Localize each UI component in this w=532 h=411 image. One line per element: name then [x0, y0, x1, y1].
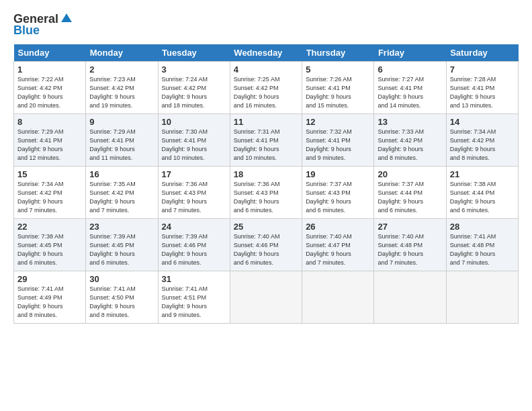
col-header-saturday: Saturday	[446, 44, 518, 62]
day-cell: 13Sunrise: 7:33 AM Sunset: 4:42 PM Dayli…	[374, 114, 446, 167]
day-info: Sunrise: 7:40 AM Sunset: 4:47 PM Dayligh…	[306, 232, 370, 267]
calendar-table: SundayMondayTuesdayWednesdayThursdayFrid…	[13, 44, 519, 324]
week-row-1: 1Sunrise: 7:22 AM Sunset: 4:42 PM Daylig…	[14, 62, 519, 114]
day-number: 11	[234, 117, 298, 127]
logo: General Blue	[13, 12, 73, 38]
day-cell: 12Sunrise: 7:32 AM Sunset: 4:41 PM Dayli…	[302, 114, 374, 167]
header-row: SundayMondayTuesdayWednesdayThursdayFrid…	[14, 44, 519, 62]
day-cell: 5Sunrise: 7:26 AM Sunset: 4:41 PM Daylig…	[302, 62, 374, 114]
col-header-friday: Friday	[374, 44, 446, 62]
day-info: Sunrise: 7:40 AM Sunset: 4:46 PM Dayligh…	[234, 232, 298, 267]
day-number: 15	[17, 169, 82, 179]
svg-marker-0	[61, 13, 72, 22]
col-header-monday: Monday	[86, 44, 158, 62]
day-info: Sunrise: 7:36 AM Sunset: 4:43 PM Dayligh…	[162, 180, 226, 215]
day-number: 25	[234, 222, 298, 232]
day-info: Sunrise: 7:41 AM Sunset: 4:49 PM Dayligh…	[17, 285, 82, 320]
week-row-4: 22Sunrise: 7:38 AM Sunset: 4:45 PM Dayli…	[14, 219, 519, 271]
day-number: 27	[378, 222, 442, 232]
day-info: Sunrise: 7:26 AM Sunset: 4:41 PM Dayligh…	[306, 75, 370, 110]
day-cell: 4Sunrise: 7:25 AM Sunset: 4:42 PM Daylig…	[230, 62, 302, 114]
day-cell: 26Sunrise: 7:40 AM Sunset: 4:47 PM Dayli…	[302, 219, 374, 271]
day-cell: 1Sunrise: 7:22 AM Sunset: 4:42 PM Daylig…	[14, 62, 86, 114]
week-row-5: 29Sunrise: 7:41 AM Sunset: 4:49 PM Dayli…	[14, 271, 519, 324]
day-cell: 23Sunrise: 7:39 AM Sunset: 4:45 PM Dayli…	[86, 219, 158, 271]
day-number: 4	[234, 64, 298, 75]
week-row-3: 15Sunrise: 7:34 AM Sunset: 4:42 PM Dayli…	[14, 167, 519, 219]
day-cell: 11Sunrise: 7:31 AM Sunset: 4:41 PM Dayli…	[230, 114, 302, 167]
day-cell: 24Sunrise: 7:39 AM Sunset: 4:46 PM Dayli…	[158, 219, 230, 271]
week-row-2: 8Sunrise: 7:29 AM Sunset: 4:41 PM Daylig…	[14, 114, 519, 167]
day-info: Sunrise: 7:22 AM Sunset: 4:42 PM Dayligh…	[17, 75, 82, 110]
day-number: 6	[378, 64, 442, 75]
day-number: 3	[162, 64, 226, 75]
day-info: Sunrise: 7:34 AM Sunset: 4:42 PM Dayligh…	[17, 180, 82, 215]
day-info: Sunrise: 7:34 AM Sunset: 4:42 PM Dayligh…	[450, 128, 515, 163]
day-cell	[374, 271, 446, 324]
day-number: 29	[17, 274, 82, 284]
day-cell: 18Sunrise: 7:36 AM Sunset: 4:43 PM Dayli…	[230, 167, 302, 219]
day-cell: 9Sunrise: 7:29 AM Sunset: 4:41 PM Daylig…	[86, 114, 158, 167]
day-number: 18	[234, 169, 298, 179]
day-cell: 20Sunrise: 7:37 AM Sunset: 4:44 PM Dayli…	[374, 167, 446, 219]
day-info: Sunrise: 7:24 AM Sunset: 4:42 PM Dayligh…	[162, 75, 226, 110]
day-info: Sunrise: 7:25 AM Sunset: 4:42 PM Dayligh…	[234, 75, 298, 110]
day-cell	[446, 271, 518, 324]
day-info: Sunrise: 7:39 AM Sunset: 4:46 PM Dayligh…	[162, 232, 226, 267]
day-info: Sunrise: 7:39 AM Sunset: 4:45 PM Dayligh…	[89, 232, 154, 267]
day-cell: 25Sunrise: 7:40 AM Sunset: 4:46 PM Dayli…	[230, 219, 302, 271]
day-number: 10	[162, 117, 226, 127]
day-cell: 8Sunrise: 7:29 AM Sunset: 4:41 PM Daylig…	[14, 114, 86, 167]
logo-blue: Blue	[13, 24, 40, 38]
day-number: 30	[89, 274, 154, 284]
col-header-thursday: Thursday	[302, 44, 374, 62]
day-cell: 15Sunrise: 7:34 AM Sunset: 4:42 PM Dayli…	[14, 167, 86, 219]
day-number: 8	[17, 117, 82, 127]
day-cell: 22Sunrise: 7:38 AM Sunset: 4:45 PM Dayli…	[14, 219, 86, 271]
logo-triangle-icon	[60, 11, 73, 25]
day-cell	[230, 271, 302, 324]
day-info: Sunrise: 7:38 AM Sunset: 4:45 PM Dayligh…	[17, 232, 82, 267]
day-cell: 30Sunrise: 7:41 AM Sunset: 4:50 PM Dayli…	[86, 271, 158, 324]
day-info: Sunrise: 7:33 AM Sunset: 4:42 PM Dayligh…	[378, 128, 442, 163]
day-info: Sunrise: 7:41 AM Sunset: 4:51 PM Dayligh…	[162, 285, 226, 320]
day-cell: 6Sunrise: 7:27 AM Sunset: 4:41 PM Daylig…	[374, 62, 446, 114]
day-cell: 27Sunrise: 7:40 AM Sunset: 4:48 PM Dayli…	[374, 219, 446, 271]
day-number: 28	[450, 222, 515, 232]
day-number: 24	[162, 222, 226, 232]
day-number: 12	[306, 117, 370, 127]
col-header-wednesday: Wednesday	[230, 44, 302, 62]
day-number: 21	[450, 169, 515, 179]
day-cell: 31Sunrise: 7:41 AM Sunset: 4:51 PM Dayli…	[158, 271, 230, 324]
day-info: Sunrise: 7:27 AM Sunset: 4:41 PM Dayligh…	[378, 75, 442, 110]
day-number: 22	[17, 222, 82, 232]
day-number: 14	[450, 117, 515, 127]
day-cell: 10Sunrise: 7:30 AM Sunset: 4:41 PM Dayli…	[158, 114, 230, 167]
day-info: Sunrise: 7:36 AM Sunset: 4:43 PM Dayligh…	[234, 180, 298, 215]
day-number: 16	[89, 169, 154, 179]
day-number: 1	[17, 64, 82, 75]
day-info: Sunrise: 7:37 AM Sunset: 4:43 PM Dayligh…	[306, 180, 370, 215]
col-header-tuesday: Tuesday	[158, 44, 230, 62]
day-cell	[302, 271, 374, 324]
day-cell: 14Sunrise: 7:34 AM Sunset: 4:42 PM Dayli…	[446, 114, 518, 167]
day-cell: 7Sunrise: 7:28 AM Sunset: 4:41 PM Daylig…	[446, 62, 518, 114]
day-info: Sunrise: 7:35 AM Sunset: 4:42 PM Dayligh…	[89, 180, 154, 215]
day-number: 5	[306, 64, 370, 75]
day-number: 9	[89, 117, 154, 127]
day-info: Sunrise: 7:30 AM Sunset: 4:41 PM Dayligh…	[162, 128, 226, 163]
day-number: 7	[450, 64, 515, 75]
day-info: Sunrise: 7:29 AM Sunset: 4:41 PM Dayligh…	[17, 128, 82, 163]
day-number: 19	[306, 169, 370, 179]
day-number: 2	[89, 64, 154, 75]
day-number: 20	[378, 169, 442, 179]
day-number: 23	[89, 222, 154, 232]
day-info: Sunrise: 7:41 AM Sunset: 4:50 PM Dayligh…	[89, 285, 154, 320]
day-cell: 19Sunrise: 7:37 AM Sunset: 4:43 PM Dayli…	[302, 167, 374, 219]
day-cell: 3Sunrise: 7:24 AM Sunset: 4:42 PM Daylig…	[158, 62, 230, 114]
day-info: Sunrise: 7:37 AM Sunset: 4:44 PM Dayligh…	[378, 180, 442, 215]
header: General Blue	[13, 12, 519, 38]
day-cell: 17Sunrise: 7:36 AM Sunset: 4:43 PM Dayli…	[158, 167, 230, 219]
day-info: Sunrise: 7:38 AM Sunset: 4:44 PM Dayligh…	[450, 180, 515, 215]
day-info: Sunrise: 7:32 AM Sunset: 4:41 PM Dayligh…	[306, 128, 370, 163]
